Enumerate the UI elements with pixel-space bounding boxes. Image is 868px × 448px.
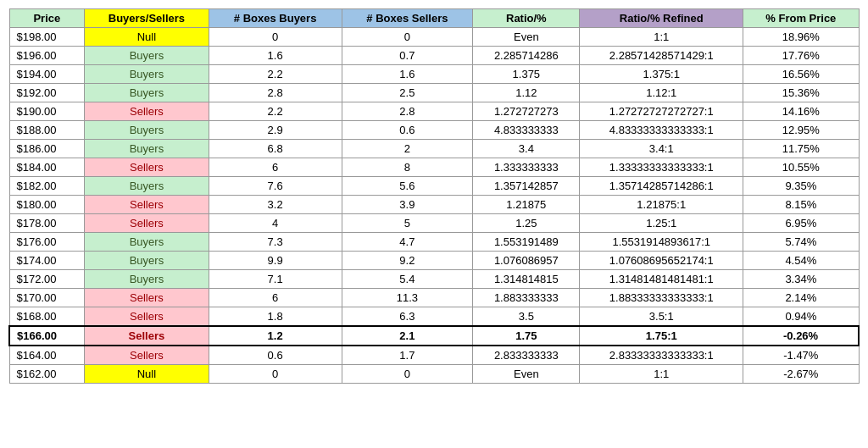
price-cell: $190.00 (9, 102, 85, 121)
buyers-sellers-cell: Buyers (85, 121, 209, 140)
price-cell: $198.00 (9, 28, 85, 47)
boxes-buyers-cell: 1.6 (209, 47, 342, 65)
ratio-cell: 1.12 (473, 84, 580, 102)
buyers-sellers-cell: Sellers (85, 326, 209, 346)
boxes-sellers-cell: 1.7 (342, 346, 473, 365)
price-cell: $168.00 (9, 307, 85, 327)
table-row: $182.00Buyers7.65.61.3571428571.35714285… (9, 177, 859, 196)
price-cell: $178.00 (9, 214, 85, 233)
price-cell: $192.00 (9, 84, 85, 102)
table-row: $188.00Buyers2.90.64.8333333334.83333333… (9, 121, 859, 140)
ratio-refined-cell: 1.35714285714286:1 (580, 177, 743, 196)
from-price-cell: -1.47% (743, 346, 859, 365)
boxes-sellers-cell: 2.1 (342, 326, 473, 346)
from-price-cell: -0.26% (743, 326, 859, 346)
price-cell: $194.00 (9, 65, 85, 84)
boxes-buyers-cell: 2.8 (209, 84, 342, 102)
col-header-ratio-refined: Ratio/% Refined (580, 9, 743, 28)
col-header-price: Price (9, 9, 85, 28)
col-header--boxes-sellers: # Boxes Sellers (342, 9, 473, 28)
price-cell: $182.00 (9, 177, 85, 196)
table-row: $176.00Buyers7.34.71.5531914891.55319148… (9, 233, 859, 252)
ratio-refined-cell: 1.88333333333333:1 (580, 289, 743, 307)
ratio-cell: 4.833333333 (473, 121, 580, 140)
ratio-cell: 3.4 (473, 140, 580, 158)
price-cell: $170.00 (9, 289, 85, 307)
from-price-cell: 9.35% (743, 177, 859, 196)
table-row: $180.00Sellers3.23.91.218751.21875:18.15… (9, 196, 859, 214)
price-cell: $172.00 (9, 270, 85, 289)
boxes-sellers-cell: 5.4 (342, 270, 473, 289)
ratio-refined-cell: 1.5531914893617:1 (580, 233, 743, 252)
ratio-refined-cell: 2.83333333333333:1 (580, 346, 743, 365)
table-row: $192.00Buyers2.82.51.121.12:115.36% (9, 84, 859, 102)
from-price-cell: 8.15% (743, 196, 859, 214)
table-row: $172.00Buyers7.15.41.3148148151.31481481… (9, 270, 859, 289)
price-cell: $186.00 (9, 140, 85, 158)
table-row: $184.00Sellers681.3333333331.33333333333… (9, 158, 859, 177)
col-header-buyers-sellers: Buyers/Sellers (85, 9, 209, 28)
ratio-cell: 3.5 (473, 307, 580, 327)
col-header-ratio-: Ratio/% (473, 9, 580, 28)
boxes-buyers-cell: 2.2 (209, 102, 342, 121)
ratio-refined-cell: 1.33333333333333:1 (580, 158, 743, 177)
from-price-cell: 16.56% (743, 65, 859, 84)
price-cell: $164.00 (9, 346, 85, 365)
buyers-sellers-cell: Sellers (85, 214, 209, 233)
boxes-sellers-cell: 2 (342, 140, 473, 158)
ratio-refined-cell: 1:1 (580, 365, 743, 384)
price-cell: $166.00 (9, 326, 85, 346)
from-price-cell: 2.14% (743, 289, 859, 307)
boxes-sellers-cell: 0 (342, 365, 473, 384)
from-price-cell: 0.94% (743, 307, 859, 327)
from-price-cell: 10.55% (743, 158, 859, 177)
table-row: $178.00Sellers451.251.25:16.95% (9, 214, 859, 233)
from-price-cell: 6.95% (743, 214, 859, 233)
ratio-cell: Even (473, 28, 580, 47)
boxes-sellers-cell: 5.6 (342, 177, 473, 196)
table-row: $164.00Sellers0.61.72.8333333332.8333333… (9, 346, 859, 365)
boxes-buyers-cell: 4 (209, 214, 342, 233)
ratio-cell: Even (473, 365, 580, 384)
table-row: $162.00Null00Even1:1-2.67% (9, 365, 859, 384)
boxes-buyers-cell: 6.8 (209, 140, 342, 158)
ratio-cell: 1.75 (473, 326, 580, 346)
ratio-cell: 1.883333333 (473, 289, 580, 307)
boxes-sellers-cell: 11.3 (342, 289, 473, 307)
from-price-cell: 18.96% (743, 28, 859, 47)
ratio-refined-cell: 1.31481481481481:1 (580, 270, 743, 289)
ratio-refined-cell: 2.28571428571429:1 (580, 47, 743, 65)
buyers-sellers-cell: Buyers (85, 65, 209, 84)
buyers-sellers-cell: Buyers (85, 47, 209, 65)
table-row: $166.00Sellers1.22.11.751.75:1-0.26% (9, 326, 859, 346)
from-price-cell: 15.36% (743, 84, 859, 102)
boxes-sellers-cell: 5 (342, 214, 473, 233)
boxes-sellers-cell: 1.6 (342, 65, 473, 84)
boxes-buyers-cell: 7.6 (209, 177, 342, 196)
ratio-refined-cell: 1.07608695652174:1 (580, 252, 743, 270)
price-cell: $188.00 (9, 121, 85, 140)
col-header--boxes-buyers: # Boxes Buyers (209, 9, 342, 28)
buyers-sellers-cell: Sellers (85, 289, 209, 307)
from-price-cell: 4.54% (743, 252, 859, 270)
buyers-sellers-cell: Sellers (85, 196, 209, 214)
boxes-sellers-cell: 4.7 (342, 233, 473, 252)
from-price-cell: 12.95% (743, 121, 859, 140)
buyers-sellers-cell: Sellers (85, 102, 209, 121)
ratio-refined-cell: 4.83333333333333:1 (580, 121, 743, 140)
ratio-refined-cell: 1.21875:1 (580, 196, 743, 214)
boxes-buyers-cell: 1.8 (209, 307, 342, 327)
boxes-sellers-cell: 8 (342, 158, 473, 177)
price-cell: $196.00 (9, 47, 85, 65)
boxes-sellers-cell: 9.2 (342, 252, 473, 270)
ratio-cell: 2.285714286 (473, 47, 580, 65)
price-table: PriceBuyers/Sellers# Boxes Buyers# Boxes… (8, 8, 860, 384)
ratio-cell: 1.314814815 (473, 270, 580, 289)
from-price-cell: 17.76% (743, 47, 859, 65)
from-price-cell: 14.16% (743, 102, 859, 121)
boxes-buyers-cell: 7.3 (209, 233, 342, 252)
boxes-buyers-cell: 0 (209, 28, 342, 47)
table-row: $190.00Sellers2.22.81.2727272731.2727272… (9, 102, 859, 121)
boxes-buyers-cell: 6 (209, 289, 342, 307)
boxes-buyers-cell: 6 (209, 158, 342, 177)
